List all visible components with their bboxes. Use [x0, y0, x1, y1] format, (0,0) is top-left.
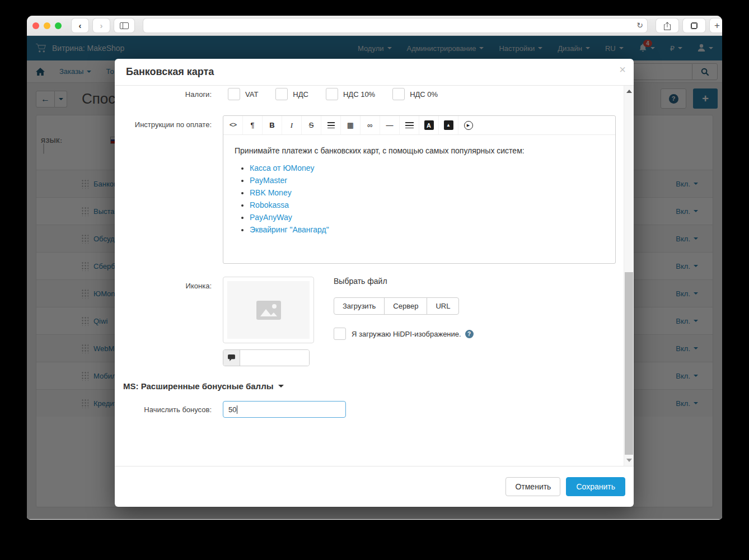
strikethrough-icon[interactable]: S	[302, 116, 321, 134]
payment-system-link[interactable]: PayMaster	[250, 176, 287, 185]
browser-back-button[interactable]: ‹	[72, 18, 88, 32]
payment-system-link[interactable]: RBK Money	[250, 188, 292, 197]
chevron-down-icon	[278, 385, 284, 388]
editor-intro-text: Принимайте платежи с банковских карт, с …	[235, 146, 604, 155]
payment-systems-list: Касса от ЮMoney PayMaster RBK Money Robo…	[235, 164, 604, 234]
tabs-icon	[691, 22, 697, 29]
tabs-overview-button[interactable]	[683, 18, 705, 32]
instructions-label: Инструкции по оплате:	[115, 115, 223, 264]
bullet-list-icon[interactable]	[321, 116, 341, 134]
image-block-icon[interactable]: ▲	[439, 116, 458, 134]
new-tab-button[interactable]: +	[710, 18, 722, 32]
nds10-checkbox[interactable]	[326, 88, 338, 100]
rich-text-editor: <> ¶ B I S ▦ ∞ — A ▲ ▶	[223, 115, 616, 264]
align-icon[interactable]	[400, 116, 419, 134]
bonus-row: Начислить бонусов: 50	[115, 401, 624, 418]
hidpi-label: Я загружаю HiDPI-изображение.	[352, 330, 461, 338]
close-window-button[interactable]	[32, 22, 39, 29]
editor-toolbar: <> ¶ B I S ▦ ∞ — A ▲ ▶	[223, 116, 615, 135]
traffic-lights	[32, 22, 62, 29]
source-code-icon[interactable]: <>	[223, 116, 243, 134]
minimize-window-button[interactable]	[44, 22, 50, 29]
browser-forward-button[interactable]: ›	[93, 18, 110, 32]
table-icon[interactable]: ▦	[341, 116, 361, 134]
close-icon[interactable]: ×	[619, 63, 626, 76]
tax-option-vat: VAT	[223, 88, 258, 100]
italic-icon[interactable]: I	[282, 116, 302, 134]
save-button[interactable]: Сохранить	[566, 477, 625, 496]
icon-placeholder	[227, 281, 310, 339]
upload-button[interactable]: Загрузить	[334, 297, 385, 315]
sidebar-icon	[120, 22, 129, 29]
upload-button-group: Загрузить Сервер URL	[334, 297, 474, 315]
modal-title: Банковская карта	[126, 66, 214, 78]
help-icon[interactable]: ?	[465, 330, 474, 338]
payment-system-link[interactable]: Robokassa	[250, 200, 289, 209]
zoom-window-button[interactable]	[55, 22, 62, 29]
scroll-down-arrow-icon[interactable]	[626, 459, 632, 462]
share-button[interactable]	[656, 18, 678, 32]
reload-icon[interactable]: ↻	[636, 20, 643, 30]
list-item: PayAnyWay	[250, 213, 604, 222]
comment-bubble-icon	[223, 350, 240, 366]
icon-preview-frame[interactable]	[223, 277, 314, 343]
page-viewport: Витрина: MakeShop Модули Администрирован…	[27, 36, 722, 519]
bonus-field-label: Начислить бонусов:	[115, 405, 223, 414]
tax-option-nds0: НДС 0%	[387, 88, 438, 100]
icon-upload-column	[223, 277, 314, 366]
tax-option-nds: НДС	[270, 88, 308, 100]
payment-system-link[interactable]: Касса от ЮMoney	[250, 164, 315, 172]
nds0-checkbox[interactable]	[392, 88, 405, 100]
modal-scrollbar[interactable]	[624, 86, 634, 466]
editor-content[interactable]: Принимайте платежи с банковских карт, с …	[223, 135, 615, 263]
hidpi-checkbox[interactable]	[334, 328, 346, 340]
screenshot-stage: ‹ › ↻ + Витрина: MakeShop Модули Админис…	[0, 0, 749, 560]
icon-comment-input[interactable]	[240, 350, 309, 366]
list-item: Касса от ЮMoney	[250, 164, 604, 172]
link-icon[interactable]: ∞	[361, 116, 380, 134]
scroll-up-arrow-icon[interactable]	[626, 90, 632, 93]
vat-checkbox[interactable]	[228, 88, 240, 100]
modal-header: Банковская карта ×	[115, 59, 634, 86]
choose-file-label: Выбрать файл	[334, 277, 474, 286]
taxes-row: Налоги: VAT НДС НДС 10% НДС 0%	[115, 87, 624, 101]
video-icon[interactable]: ▶	[458, 116, 478, 134]
browser-window: ‹ › ↻ + Витрина: MakeShop Модули Админис…	[27, 16, 722, 520]
share-icon	[664, 21, 671, 30]
url-button[interactable]: URL	[427, 297, 459, 315]
bonus-section-title: MS: Расширенные бонусные баллы	[123, 381, 273, 391]
bonus-input[interactable]: 50	[223, 401, 346, 418]
text-block-icon[interactable]: A	[419, 116, 439, 134]
server-button[interactable]: Сервер	[384, 297, 427, 315]
icon-comment-group	[223, 349, 310, 366]
bonus-section-header[interactable]: MS: Расширенные бонусные баллы	[123, 381, 624, 391]
icon-row: Иконка:	[115, 277, 624, 366]
tax-option-nds10: НДС 10%	[321, 88, 375, 100]
horizontal-rule-icon[interactable]: —	[380, 116, 400, 134]
taxes-label: Налоги:	[115, 90, 223, 99]
modal-body: Налоги: VAT НДС НДС 10% НДС 0% Инструкци…	[115, 86, 624, 466]
image-placeholder-icon	[256, 300, 282, 320]
payment-system-link[interactable]: PayAnyWay	[250, 213, 292, 222]
scrollbar-thumb[interactable]	[625, 272, 633, 455]
icon-label: Иконка:	[115, 277, 223, 366]
cancel-button[interactable]: Отменить	[505, 477, 560, 496]
file-choose-column: Выбрать файл Загрузить Сервер URL Я загр…	[334, 277, 474, 366]
instructions-row: Инструкции по оплате: <> ¶ B I S ▦ ∞ —	[115, 115, 624, 264]
bold-icon[interactable]: B	[263, 116, 282, 134]
address-bar[interactable]: ↻	[143, 18, 647, 32]
list-item: PayMaster	[250, 176, 604, 185]
bonus-value: 50	[228, 405, 236, 414]
list-item: Эквайринг "Авангард"	[250, 225, 604, 234]
bank-card-modal: Банковская карта × Налоги: VAT НДС НДС 1…	[115, 59, 634, 507]
sidebar-toggle-button[interactable]	[114, 18, 134, 32]
list-item: RBK Money	[250, 188, 604, 197]
paragraph-icon[interactable]: ¶	[243, 116, 263, 134]
list-item: Robokassa	[250, 200, 604, 209]
hidpi-row: Я загружаю HiDPI-изображение. ?	[334, 328, 474, 340]
nds-checkbox[interactable]	[275, 88, 288, 100]
modal-footer: Отменить Сохранить	[115, 466, 634, 507]
browser-toolbar: ‹ › ↻ +	[27, 16, 722, 36]
text-cursor	[237, 405, 237, 414]
payment-system-link[interactable]: Эквайринг "Авангард"	[250, 225, 329, 234]
